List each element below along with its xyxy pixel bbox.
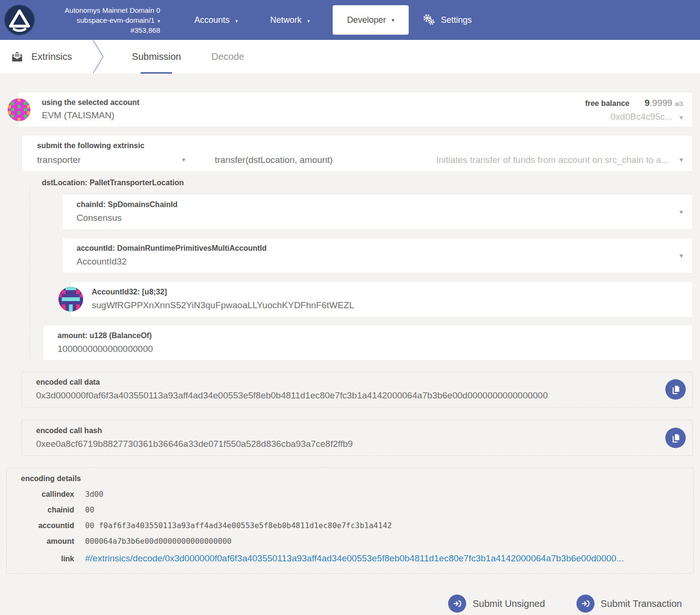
detail-row-accountid: accountid 00 f0af6f3a403550113a93aff4ad3… xyxy=(21,521,679,530)
balance-int: 9 xyxy=(645,98,650,108)
encoded-call-data-label: encoded call data xyxy=(36,378,678,387)
account-id32-value[interactable]: sugWfRGPPXnXnnS52YiN3quFpwaoaLLYuochKYDF… xyxy=(92,300,678,311)
tab-decode[interactable]: Decode xyxy=(211,40,244,74)
page-title: Extrinsics xyxy=(10,40,72,74)
extrinsic-card: submit the following extrinsic transport… xyxy=(21,135,693,172)
account-balance-block: free balance 9 .9999 ai3 0xd0Bc4c95c... … xyxy=(585,98,683,122)
encoded-call-hash-label: encoded call hash xyxy=(36,426,678,435)
dst-location-label: dstLocation: PalletTransporterLocation xyxy=(21,179,693,187)
amount-input[interactable]: amount: u128 (BalanceOf) 100000000000000… xyxy=(43,325,693,361)
account-id-label: accountId: DomainRuntimePrimitivesMultiA… xyxy=(77,244,678,253)
detail-key: accountid xyxy=(21,521,74,530)
section-dropdown[interactable]: transporter ▾ xyxy=(37,155,185,165)
account-address-dropdown[interactable]: 0xd0Bc4c95c... ▾ xyxy=(585,112,683,122)
submit-unsigned-label: Submit Unsigned xyxy=(472,598,545,609)
detail-value: 3d00 xyxy=(85,490,104,499)
encoded-call-data-card: encoded call data 0x3d000000f0af6f3a4035… xyxy=(21,371,693,407)
chevron-down-icon: ▾ xyxy=(392,17,394,23)
copy-icon xyxy=(671,384,681,395)
block-number: #353,868 xyxy=(40,25,160,35)
submit-transaction-button[interactable]: Submit Transaction xyxy=(576,595,682,613)
balance-unit: ai3 xyxy=(675,100,683,107)
chain-id-value: Consensus xyxy=(77,213,678,223)
page-title-label: Extrinsics xyxy=(31,51,72,62)
chevron-down-icon: ▾ xyxy=(680,252,683,259)
detail-key: chainid xyxy=(21,506,74,514)
account-id32-label: AccountId32: [u8;32] xyxy=(92,288,678,296)
amount-label: amount: u128 (BalanceOf) xyxy=(58,331,678,340)
encoded-call-data-value: 0x3d000000f0af6f3a403550113a93aff4ad34e0… xyxy=(36,390,678,401)
submit-unsigned-button[interactable]: Submit Unsigned xyxy=(448,595,545,613)
detail-key: callindex xyxy=(21,490,74,499)
submit-transaction-label: Submit Transaction xyxy=(601,598,682,609)
gear-icon xyxy=(422,14,436,26)
detail-row-chainid: chainid 00 xyxy=(21,505,679,514)
autonomys-logo[interactable] xyxy=(4,5,35,35)
encoding-details-label: encoding details xyxy=(21,474,679,483)
chain-id-label: chainId: SpDomainsChainId xyxy=(77,200,678,209)
detail-value: 00 f0af6f3a403550113a93aff4ad34e00553e5f… xyxy=(85,521,392,530)
app-header: Autonomys Mainnet Domain 0 subspace-evm-… xyxy=(0,0,700,40)
chevron-down-icon: ▾ xyxy=(680,114,683,121)
chevron-down-icon: ▾ xyxy=(307,18,310,24)
account-identicon xyxy=(8,98,30,121)
detail-row-callindex: callindex 3d00 xyxy=(21,490,679,499)
params-children: chainId: SpDomainsChainId Consensus ▾ ac… xyxy=(29,187,693,361)
account-address: 0xd0Bc4c95c... xyxy=(611,112,672,122)
chain-selector[interactable]: subspace-evm-domain/1▾ xyxy=(40,15,160,25)
params-section: dstLocation: PalletTransporterLocation c… xyxy=(21,179,693,361)
account-id32-input[interactable]: AccountId32: [u8;32] sugWfRGPPXnXnnS52Yi… xyxy=(70,281,693,317)
tab-bar: Extrinsics Submission Decode xyxy=(0,40,700,74)
mail-icon xyxy=(10,51,24,63)
copy-call-data-button[interactable] xyxy=(665,379,686,400)
detail-key: link xyxy=(21,555,74,563)
chain-id-dropdown[interactable]: chainId: SpDomainsChainId Consensus ▾ xyxy=(62,194,693,230)
detail-value: 00 xyxy=(85,505,94,514)
encoded-call-hash-card: encoded call hash 0xee0a8cf6719b88277303… xyxy=(21,420,693,456)
actions-bar: Submit Unsigned Submit Transaction xyxy=(0,595,682,613)
decode-link[interactable]: #/extrinsics/decode/0x3d000000f0af6f3a40… xyxy=(85,553,624,564)
balance-frac: .9999 xyxy=(650,98,672,108)
account-id-value: AccountId32 xyxy=(77,256,678,267)
chevron-separator xyxy=(92,40,105,74)
detail-key: amount xyxy=(21,537,74,546)
nav-accounts[interactable]: Accounts▾ xyxy=(194,15,238,25)
chevron-down-icon: ▾ xyxy=(182,156,185,163)
method-description: Initiates transfer of funds from account… xyxy=(436,155,683,165)
chevron-down-icon: ▾ xyxy=(157,18,160,24)
chevron-down-icon: ▾ xyxy=(680,156,683,163)
account-selector-card: using the selected account EVM (TALISMAN… xyxy=(18,92,693,127)
account-id-dropdown[interactable]: accountId: DomainRuntimePrimitivesMultiA… xyxy=(62,237,693,274)
extrinsic-label: submit the following extrinsic xyxy=(37,142,683,150)
method-dropdown[interactable]: transfer(dstLocation, amount) Initiates … xyxy=(215,155,683,165)
nav-settings[interactable]: Settings xyxy=(422,14,472,26)
method-value: transfer(dstLocation, amount) xyxy=(215,155,333,165)
accountid32-identicon xyxy=(58,287,83,312)
main-content: using the selected account EVM (TALISMAN… xyxy=(0,74,700,613)
encoded-call-hash-value: 0xee0a8cf6719b8827730361b36646a33de071f5… xyxy=(36,439,678,449)
sign-in-icon xyxy=(576,595,595,613)
chevron-down-icon: ▾ xyxy=(680,208,683,216)
section-value: transporter xyxy=(37,155,81,165)
chevron-down-icon: ▾ xyxy=(235,18,238,24)
detail-value: 000064a7b3b6e00d0000000000000000 xyxy=(85,537,231,546)
copy-call-hash-button[interactable] xyxy=(665,428,686,448)
main-nav: Accounts▾ Network▾ Developer▾ Settings xyxy=(194,5,472,35)
copy-icon xyxy=(671,433,681,443)
free-balance-label: free balance xyxy=(585,99,629,108)
detail-row-link: link #/extrinsics/decode/0x3d000000f0af6… xyxy=(21,553,679,564)
tab-submission[interactable]: Submission xyxy=(132,40,181,74)
sign-in-icon xyxy=(448,595,466,613)
nav-developer[interactable]: Developer▾ xyxy=(333,5,409,35)
network-title-block: Autonomys Mainnet Domain 0 subspace-evm-… xyxy=(40,5,160,35)
encoding-details-card: encoding details callindex 3d00 chainid … xyxy=(6,467,694,574)
amount-value[interactable]: 1000000000000000000 xyxy=(58,344,678,354)
nav-network[interactable]: Network▾ xyxy=(270,15,310,25)
tabs: Submission Decode xyxy=(132,40,244,74)
detail-row-amount: amount 000064a7b3b6e00d0000000000000000 xyxy=(21,537,679,546)
network-name: Autonomys Mainnet Domain 0 xyxy=(40,5,160,15)
